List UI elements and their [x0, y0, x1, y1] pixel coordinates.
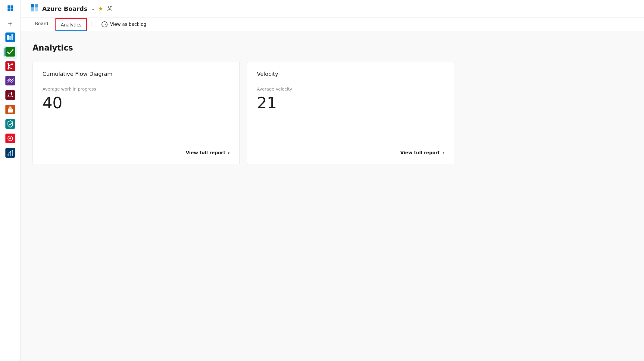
sidebar-item-add[interactable]: + [4, 17, 17, 30]
svg-rect-25 [8, 154, 9, 156]
cumulative-flow-metric-value: 40 [42, 94, 230, 145]
svg-rect-31 [31, 8, 34, 11]
home-icon [7, 5, 14, 14]
page-content: Analytics Cumulative Flow Diagram Averag… [20, 31, 644, 361]
sidebar-item-boards-image[interactable] [4, 31, 17, 45]
svg-rect-26 [10, 152, 11, 156]
add-icon: + [7, 20, 13, 27]
cumulative-flow-report-link[interactable]: View full report [186, 150, 226, 156]
header-title: Azure Boards [42, 5, 87, 12]
svg-point-10 [8, 63, 9, 65]
svg-rect-0 [8, 5, 10, 8]
svg-point-12 [11, 63, 13, 65]
sidebar-item-pipelines[interactable] [4, 75, 17, 88]
sidebar-item-analytics[interactable] [4, 147, 17, 160]
pipelines-icon [5, 76, 15, 87]
backlog-circle-icon: → [102, 21, 108, 27]
view-as-backlog-button[interactable]: → View as backlog [97, 19, 151, 30]
cumulative-flow-chevron-icon: › [228, 150, 230, 156]
tab-separator [92, 21, 92, 27]
tab-analytics[interactable]: Analytics [55, 18, 87, 30]
sidebar: + [0, 0, 20, 361]
svg-rect-8 [5, 47, 15, 57]
svg-rect-3 [11, 8, 13, 11]
header-chevron-icon[interactable]: ⌄ [91, 6, 95, 11]
cumulative-flow-metric-label: Average work in progress [42, 87, 230, 91]
cumulative-flow-footer: View full report › [42, 145, 230, 156]
svg-rect-6 [9, 36, 11, 40]
velocity-metric-value: 21 [257, 94, 444, 145]
velocity-title: Velocity [257, 71, 444, 77]
artifacts-icon [5, 105, 15, 116]
cumulative-flow-card[interactable]: Cumulative Flow Diagram Average work in … [33, 62, 240, 164]
svg-point-11 [8, 68, 9, 69]
svg-point-23 [9, 137, 11, 139]
svg-rect-9 [5, 61, 15, 71]
sidebar-item-workitems[interactable] [4, 132, 17, 146]
sidebar-item-testplans[interactable] [4, 89, 17, 102]
velocity-metric-label: Average Velocity [257, 87, 444, 91]
favorite-star-icon[interactable]: ★ [98, 5, 103, 12]
svg-rect-27 [12, 151, 13, 156]
main-content: Azure Boards ⌄ ★ Board Analytics → View … [20, 0, 644, 361]
testplans-icon [5, 90, 15, 101]
workitems-icon [5, 134, 15, 145]
sidebar-item-repos[interactable] [4, 60, 17, 73]
sidebar-item-home[interactable] [4, 2, 17, 16]
person-icon[interactable] [107, 5, 113, 12]
sidebar-item-security[interactable] [4, 118, 17, 131]
sidebar-item-boards-active[interactable] [4, 46, 17, 59]
velocity-footer: View full report › [257, 145, 444, 156]
svg-rect-14 [5, 90, 15, 100]
repos-icon [5, 61, 15, 73]
page-title: Analytics [33, 43, 632, 52]
velocity-chevron-icon: › [442, 150, 444, 156]
security-icon [5, 119, 15, 130]
velocity-report-link[interactable]: View full report [400, 150, 440, 156]
svg-rect-7 [11, 34, 13, 40]
svg-rect-5 [7, 35, 9, 40]
svg-rect-30 [35, 4, 38, 8]
view-backlog-label: View as backlog [110, 22, 146, 27]
svg-rect-1 [11, 5, 13, 8]
sidebar-item-artifacts[interactable] [4, 103, 17, 117]
header: Azure Boards ⌄ ★ [20, 0, 644, 17]
boards-icon [5, 32, 15, 44]
svg-point-33 [108, 6, 111, 8]
cumulative-flow-title: Cumulative Flow Diagram [42, 71, 230, 77]
velocity-card[interactable]: Velocity Average Velocity 21 View full r… [247, 62, 454, 164]
tabs-bar: Board Analytics → View as backlog [20, 17, 644, 31]
azure-boards-icon [30, 4, 39, 14]
svg-rect-19 [9, 106, 11, 108]
svg-rect-32 [35, 8, 38, 11]
boards-active-icon [5, 47, 15, 58]
analytics-cards-grid: Cumulative Flow Diagram Average work in … [33, 62, 454, 164]
tab-board[interactable]: Board [30, 17, 53, 31]
analytics-nav-icon [5, 148, 15, 159]
svg-rect-2 [8, 8, 10, 11]
svg-rect-29 [31, 4, 34, 8]
